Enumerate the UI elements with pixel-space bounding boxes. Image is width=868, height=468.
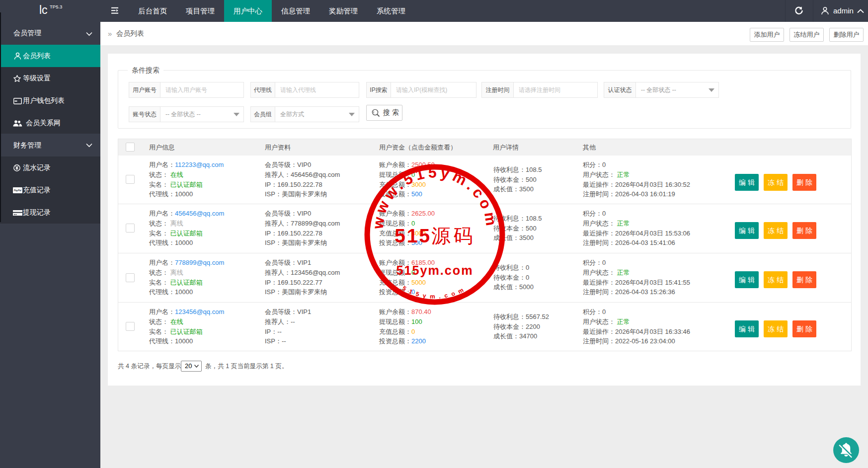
svg-text:www.515ym.com: www.515ym.com	[369, 164, 500, 230]
svg-text:515源码: 515源码	[395, 225, 475, 246]
svg-text:515ym.com: 515ym.com	[396, 263, 473, 277]
